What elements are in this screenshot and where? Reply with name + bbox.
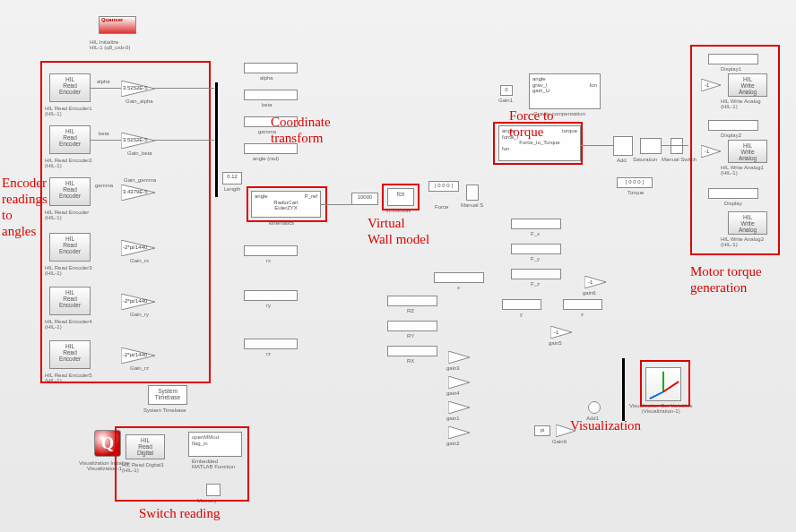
length-cap: Length bbox=[224, 186, 240, 192]
redbox-motor bbox=[690, 45, 780, 255]
hil-init-label: HIL Initialize HIL-1 (q8_usb-0) bbox=[90, 39, 130, 50]
grav-const-cap: Gain1 bbox=[498, 98, 513, 103]
disp-beta bbox=[244, 90, 298, 100]
disp-rx2-cap: RX bbox=[407, 358, 414, 364]
add-cap: Add bbox=[617, 158, 627, 163]
motors-manual-switch[interactable] bbox=[671, 138, 683, 154]
gain9-cap: Gain9 bbox=[552, 439, 567, 444]
ann-encoders: Encoder readings to angles bbox=[2, 175, 48, 239]
gain2-cap: gain2 bbox=[446, 441, 460, 446]
grav-const[interactable]: 0 bbox=[500, 85, 513, 96]
disp-ry2-cap: RY bbox=[407, 333, 414, 339]
disp-y bbox=[502, 299, 541, 310]
disp-angle-cap: angle (rad) bbox=[253, 156, 279, 161]
redbox-coord bbox=[247, 186, 327, 222]
disp-ry-cap: ry bbox=[266, 303, 271, 308]
gain4-cap: gain4 bbox=[446, 390, 460, 396]
disp-z bbox=[563, 299, 602, 310]
disp-fx bbox=[511, 219, 561, 229]
disp-beta-cap: beta bbox=[262, 102, 273, 107]
quarc-logo: Quanser bbox=[99, 16, 136, 34]
length-const[interactable]: 0.12 bbox=[222, 172, 242, 184]
system-timebase-cap: System Timebase bbox=[143, 408, 186, 413]
redbox-encoders bbox=[40, 61, 211, 383]
disp-fy bbox=[511, 244, 561, 254]
gain6-cap: gain6 bbox=[583, 290, 596, 296]
disp-fz bbox=[511, 269, 561, 279]
system-timebase[interactable]: System Timebase bbox=[148, 385, 187, 405]
disp-alpha-cap: alpha bbox=[260, 75, 273, 81]
disp-rx2 bbox=[387, 346, 437, 356]
gain5-cap: gain5 bbox=[549, 340, 562, 346]
disp-rz2 bbox=[387, 296, 437, 306]
disp-ry2 bbox=[387, 321, 437, 331]
vw-manual-cap: Manual S bbox=[461, 202, 483, 208]
ann-switch: Switch reading bbox=[139, 505, 220, 521]
gain2[interactable] bbox=[448, 426, 470, 439]
gain1[interactable] bbox=[448, 401, 470, 414]
disp-fz-cap: F_z bbox=[531, 281, 540, 287]
redbox-visualization bbox=[640, 360, 690, 407]
gain3[interactable] bbox=[448, 351, 470, 364]
add-block[interactable] bbox=[613, 136, 633, 156]
gravity-comp-block[interactable]: angle grav_I fon gain_U bbox=[529, 73, 601, 109]
disp-fy-cap: F_y bbox=[531, 256, 540, 262]
sum-add1[interactable] bbox=[588, 401, 601, 414]
svg-marker-9 bbox=[448, 426, 470, 439]
disp-rz bbox=[244, 339, 298, 349]
disp-x bbox=[434, 272, 484, 283]
grav-gainu: gain_U bbox=[532, 88, 597, 94]
gain3-cap: gain3 bbox=[446, 365, 460, 371]
ann-vw: Virtual Wall model bbox=[368, 215, 429, 247]
angle-mux bbox=[215, 82, 218, 197]
sat-cap: Saturation bbox=[633, 157, 657, 162]
gain1-cap: gain1 bbox=[446, 416, 460, 421]
ann-ft: Force to torque bbox=[509, 107, 554, 140]
disp-rz2-cap: RZ bbox=[407, 308, 414, 313]
svg-marker-7 bbox=[448, 376, 470, 389]
disp-rz-cap: rz bbox=[266, 351, 271, 356]
disp-ry bbox=[244, 290, 298, 301]
disp-fx-cap: F_x bbox=[531, 231, 540, 236]
saturation-block[interactable] bbox=[640, 138, 662, 154]
torque-const[interactable]: [ 0 0 0 ] bbox=[617, 177, 653, 188]
disp-rx bbox=[244, 245, 298, 256]
gain-neg1b: -1 bbox=[588, 279, 593, 285]
disp-alpha bbox=[244, 63, 298, 73]
torque-lbl: Torque bbox=[627, 190, 644, 195]
vis-mux bbox=[622, 358, 625, 421]
vw-force-const[interactable]: [ 0 0 0 ] bbox=[428, 181, 459, 192]
disp-z-cap: z bbox=[581, 312, 584, 317]
gain4[interactable] bbox=[448, 376, 470, 389]
grav-angle: angle bbox=[532, 76, 597, 82]
svg-marker-8 bbox=[448, 401, 470, 414]
disp-y-cap: y bbox=[520, 312, 523, 317]
vw-manual-switch[interactable] bbox=[466, 184, 479, 201]
grav-gravi: grav_I bbox=[532, 82, 548, 89]
svg-marker-6 bbox=[448, 351, 470, 364]
pi-const[interactable]: pi bbox=[534, 425, 550, 436]
grav-fon: fon bbox=[590, 82, 597, 89]
redbox-vw bbox=[382, 184, 420, 210]
ann-motor: Motor torque generation bbox=[690, 263, 762, 296]
ann-vis: Visualization bbox=[570, 417, 641, 433]
disp-rx-cap: rx bbox=[266, 258, 271, 263]
gain-neg1: -1 bbox=[554, 330, 558, 335]
disp-x-cap: x bbox=[457, 285, 460, 290]
redbox-switch bbox=[115, 426, 249, 502]
ann-coord: Coordinate transform bbox=[271, 114, 331, 146]
vw-gain[interactable]: 10000 bbox=[351, 193, 378, 205]
vw-force-lab: Force bbox=[435, 204, 448, 210]
